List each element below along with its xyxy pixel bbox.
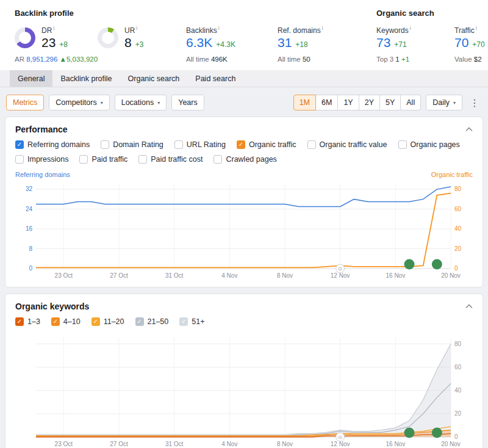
keywords-delta: +71 — [394, 41, 406, 49]
svg-text:16 Nov: 16 Nov — [386, 441, 405, 447]
range-5y[interactable]: 5Y — [379, 95, 401, 110]
svg-text:4 Nov: 4 Nov — [221, 441, 237, 447]
svg-text:4 Nov: 4 Nov — [221, 272, 237, 279]
ref-domains-alltime-label: All time — [278, 56, 301, 63]
tab-general[interactable]: General — [10, 70, 52, 87]
top3-delta: +1 — [401, 56, 409, 63]
chevron-down-icon: ▾ — [157, 100, 160, 106]
svg-text:32: 32 — [26, 186, 33, 192]
ur-donut-icon — [98, 27, 118, 48]
ar-value-link[interactable]: 8,951,296 — [26, 56, 57, 63]
performance-metric-toggles: Referring domains Domain Rating URL Rati… — [15, 140, 473, 164]
svg-text:60: 60 — [454, 364, 462, 370]
checkbox-unchecked-icon — [307, 140, 316, 149]
traffic-value-amount: $2 — [474, 56, 482, 63]
range-1m[interactable]: 1M — [293, 95, 316, 110]
svg-text:0: 0 — [454, 265, 458, 272]
collapse-chevron-icon[interactable] — [465, 304, 473, 309]
svg-text:80: 80 — [454, 341, 462, 347]
checkbox-unchecked-icon — [101, 140, 109, 149]
checkbox-pos-51plus[interactable]: 51+ — [179, 317, 204, 326]
svg-text:20: 20 — [454, 410, 462, 417]
backlinks-alltime-value: 496K — [211, 56, 228, 63]
more-options-icon[interactable]: ⋮ — [467, 97, 482, 109]
dr-donut-icon — [15, 27, 35, 48]
dr-label: DR — [41, 26, 52, 35]
tab-paid-search[interactable]: Paid search — [187, 70, 243, 87]
checkbox-organic-traffic-value[interactable]: Organic traffic value — [307, 140, 387, 149]
checkbox-paid-traffic-cost[interactable]: Paid traffic cost — [138, 155, 203, 164]
keywords-label: Keywords — [376, 26, 409, 35]
checkbox-pos-1-3[interactable]: 1–3 — [15, 317, 40, 326]
svg-text:G: G — [339, 435, 342, 440]
traffic-value[interactable]: 70 — [454, 35, 468, 50]
date-range-segment: 1M 6M 1Y 2Y 5Y All — [293, 95, 422, 110]
svg-text:12 Nov: 12 Nov — [331, 272, 350, 279]
metrics-button[interactable]: Metrics — [6, 95, 44, 110]
checkbox-organic-pages[interactable]: Organic pages — [398, 140, 460, 149]
performance-chart[interactable]: 0816243202040608023 Oct27 Oct31 Oct4 Nov… — [15, 179, 473, 282]
granularity-dropdown[interactable]: Daily▾ — [426, 95, 462, 110]
top3-label: Top 3 — [376, 56, 393, 63]
checkbox-checked-icon — [15, 140, 24, 149]
competitors-dropdown[interactable]: Competitors▾ — [49, 95, 109, 110]
metric-traffic: Traffici 70+70 Value $2 — [454, 25, 485, 63]
metric-backlinks: Backlinksi 6.3K+4.3K All time 496K — [186, 25, 278, 63]
tab-backlink-profile[interactable]: Backlink profile — [52, 70, 120, 87]
backlinks-label: Backlinks — [186, 26, 217, 35]
svg-text:12 Nov: 12 Nov — [331, 441, 350, 447]
checkbox-impressions[interactable]: Impressions — [15, 155, 68, 164]
range-1y[interactable]: 1Y — [337, 95, 359, 110]
svg-text:27 Oct: 27 Oct — [110, 441, 128, 447]
chevron-down-icon: ▾ — [101, 100, 103, 106]
svg-text:8: 8 — [29, 245, 32, 252]
checkbox-domain-rating[interactable]: Domain Rating — [101, 140, 163, 149]
svg-text:23 Oct: 23 Oct — [55, 441, 73, 447]
backlinks-value[interactable]: 6.3K — [186, 35, 212, 50]
checkbox-paid-traffic[interactable]: Paid traffic — [79, 155, 127, 164]
info-icon: i — [322, 25, 323, 31]
traffic-label: Traffic — [454, 26, 475, 35]
milestone-dot[interactable] — [404, 428, 415, 438]
locations-dropdown[interactable]: Locations▾ — [115, 95, 167, 110]
organic-keywords-chart[interactable]: 02040608023 Oct27 Oct31 Oct4 Nov8 Nov12 … — [15, 333, 473, 448]
info-icon: i — [136, 25, 137, 31]
years-button[interactable]: Years — [171, 95, 204, 110]
checkbox-crawled-pages[interactable]: Crawled pages — [214, 155, 276, 164]
tab-organic-search[interactable]: Organic search — [120, 70, 188, 87]
milestone-dot[interactable] — [432, 259, 442, 270]
checkbox-checked-icon — [15, 317, 24, 326]
milestone-dot[interactable] — [404, 259, 415, 270]
svg-text:31 Oct: 31 Oct — [165, 441, 184, 447]
traffic-value-label: Value — [454, 56, 472, 63]
metric-ur: URi 8+3 — [98, 25, 186, 63]
checkbox-pos-11-20[interactable]: 11–20 — [92, 317, 124, 326]
checkbox-pos-4-10[interactable]: 4–10 — [51, 317, 81, 326]
organic-search-title: Organic search — [376, 9, 485, 18]
checkbox-pos-21-50[interactable]: 21–50 — [135, 317, 169, 326]
checkbox-checked-icon — [237, 140, 245, 149]
performance-card: Performance Referring domains Domain Rat… — [5, 117, 483, 287]
info-icon: i — [218, 25, 220, 31]
range-6m[interactable]: 6M — [315, 95, 338, 110]
ur-value: 8 — [124, 35, 132, 50]
ar-label: AR — [15, 56, 24, 63]
checkbox-referring-domains[interactable]: Referring domains — [15, 140, 90, 149]
milestone-dot[interactable] — [432, 428, 442, 438]
collapse-chevron-icon[interactable] — [465, 127, 473, 132]
svg-text:8 Nov: 8 Nov — [277, 441, 293, 447]
checkbox-url-rating[interactable]: URL Rating — [174, 140, 226, 149]
svg-text:8 Nov: 8 Nov — [277, 272, 293, 279]
info-icon: i — [53, 25, 54, 31]
checkbox-organic-traffic[interactable]: Organic traffic — [237, 140, 296, 149]
info-icon: i — [410, 25, 411, 31]
ref-domains-value[interactable]: 31 — [278, 35, 292, 50]
ur-delta: +3 — [135, 41, 144, 49]
keywords-value[interactable]: 73 — [376, 35, 390, 50]
svg-text:24: 24 — [26, 206, 33, 212]
range-all[interactable]: All — [400, 95, 421, 110]
ref-domains-alltime-value: 50 — [303, 56, 310, 63]
checkbox-checked-icon — [179, 317, 188, 326]
svg-text:40: 40 — [454, 387, 462, 394]
range-2y[interactable]: 2Y — [359, 95, 380, 110]
